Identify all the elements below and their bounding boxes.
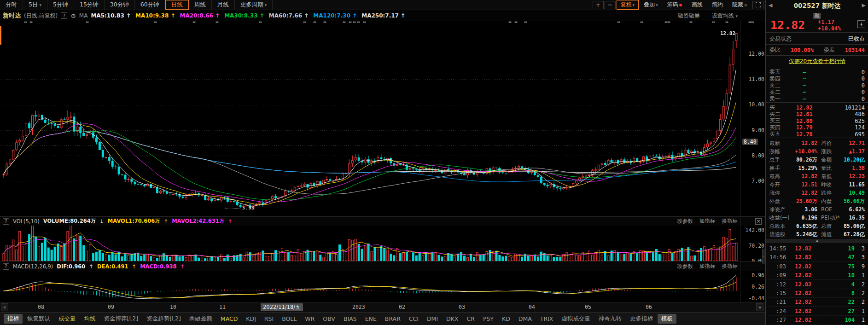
- pane-control-换指标[interactable]: 换指标: [722, 218, 738, 225]
- stat-value: 12.82: [793, 140, 817, 146]
- ask-volume: 0: [825, 82, 865, 89]
- scroll-right-button[interactable]: »: [756, 303, 763, 311]
- indicator-button-均线[interactable]: 均线: [81, 314, 99, 324]
- tick-time: :09: [769, 272, 786, 279]
- next-stock-icon[interactable]: ▶: [862, 2, 866, 8]
- zoom-in-button[interactable]: +: [593, 1, 604, 9]
- period-button-月线[interactable]: 月线: [212, 0, 235, 10]
- bid-row: 买四12.79124: [769, 124, 865, 131]
- indicator-button-BIAS[interactable]: BIAS: [340, 314, 361, 323]
- tool-button-隐藏[interactable]: 隐藏»: [728, 0, 751, 10]
- indicator-button-KDJ[interactable]: KDJ: [242, 314, 260, 323]
- indicator-button-PSY[interactable]: PSY: [479, 314, 497, 323]
- zoom-out-button[interactable]: −: [605, 1, 616, 9]
- stat-label: 总股本: [769, 223, 793, 230]
- gear-icon[interactable]: ⚙: [70, 12, 76, 19]
- help-icon[interactable]: ?: [61, 12, 67, 19]
- margin-trading-label[interactable]: 融资融券: [678, 12, 700, 20]
- tick-price: 12.82: [786, 290, 821, 296]
- tick-row: 14:5512.82193: [769, 244, 865, 253]
- stat-label: 外盘: [769, 198, 793, 205]
- indicator-button-DMI[interactable]: DMI: [423, 314, 442, 323]
- indicator-button-BOLL[interactable]: BOLL: [278, 314, 300, 323]
- indicator-button-更多指标[interactable]: 更多指标: [626, 314, 657, 324]
- ask-price: —: [784, 82, 825, 89]
- help-icon[interactable]: ?: [3, 263, 9, 270]
- indicator-button-KD[interactable]: KD: [498, 314, 514, 323]
- event-marker-icon: **: [712, 21, 715, 25]
- pane-control-加指标[interactable]: 加指标: [699, 218, 716, 225]
- time-axis-label: 05: [585, 304, 591, 310]
- period-button-30分钟[interactable]: 30分钟: [105, 0, 135, 10]
- stat-label: 最新: [769, 140, 793, 147]
- panel-splitter-handle[interactable]: ‹: [762, 249, 766, 264]
- indicator-button-DMA[interactable]: DMA: [515, 314, 536, 323]
- ask-row: 卖五—0: [769, 68, 865, 75]
- stat-label: 收益(一): [769, 215, 793, 221]
- period-button-15分钟[interactable]: 15分钟: [74, 0, 105, 10]
- event-marker-icon: **: [725, 21, 728, 25]
- period-label: 60分钟: [140, 1, 159, 9]
- indicator-button-CR[interactable]: CR: [463, 314, 478, 323]
- tool-button-画线[interactable]: 画线: [687, 0, 707, 10]
- pane-control-改参数[interactable]: 改参数: [677, 263, 693, 270]
- tool-button-叠加[interactable]: 叠加▾: [640, 0, 662, 10]
- pane-control-改参数[interactable]: 改参数: [677, 218, 693, 225]
- fullscreen-icon[interactable]: [752, 1, 763, 9]
- up-arrow-icon: ↑: [132, 263, 137, 270]
- scroll-left-button[interactable]: «: [1, 303, 8, 311]
- volume-canvas[interactable]: [0, 226, 740, 261]
- tool-label: 叠加: [644, 1, 655, 9]
- help-icon[interactable]: ?: [3, 218, 9, 225]
- indicator-button-TRIX[interactable]: TRIX: [536, 314, 557, 323]
- tool-button-筹码[interactable]: 筹码●: [663, 0, 687, 10]
- indicator-button-DKX[interactable]: DKX: [443, 314, 462, 323]
- tick-volume: 19: [821, 245, 855, 252]
- ask-row: 卖三—0: [769, 81, 865, 88]
- macd-canvas[interactable]: [0, 271, 740, 302]
- pane-control-加指标[interactable]: 加指标: [699, 263, 716, 270]
- ma-value-label: MA10:9.38 ↑: [135, 12, 175, 19]
- close-icon[interactable]: ×: [755, 218, 762, 225]
- ask-label: 卖一: [769, 95, 784, 103]
- indicator-button-BRAR[interactable]: BRAR: [381, 314, 404, 323]
- period-button-分时[interactable]: 分时: [0, 0, 23, 10]
- ma-settings-button[interactable]: 设置均线 ▾: [712, 12, 738, 20]
- period-button-5分钟[interactable]: 5分钟: [47, 0, 74, 10]
- mavol1-value: MAVOL1:70.606万: [108, 218, 160, 225]
- indicator-button-成交量[interactable]: 成交量: [55, 314, 80, 324]
- indicator-button-资金趋势[L2][interactable]: 资金趋势[L2]: [143, 314, 185, 324]
- indicator-button-RSI[interactable]: RSI: [261, 314, 277, 323]
- stat-label: 总手: [769, 157, 793, 163]
- tool-button-复权[interactable]: 复权▾: [617, 0, 639, 10]
- candlestick-canvas[interactable]: [0, 21, 740, 216]
- indicator-button-指标[interactable]: 指标: [4, 314, 23, 324]
- period-button-日线[interactable]: 日线: [165, 0, 189, 10]
- period-button-更多周期[interactable]: 更多周期▾: [235, 0, 273, 10]
- indicator-button-WR[interactable]: WR: [301, 314, 318, 323]
- collapse-handle[interactable]: ▲: [766, 239, 868, 243]
- period-button-5日[interactable]: 5日▾: [23, 0, 47, 10]
- indicator-button-神奇九转[interactable]: 神奇九转: [595, 314, 625, 324]
- tool-button-简约[interactable]: 简约: [708, 0, 727, 10]
- pane-control-换指标[interactable]: 换指标: [722, 263, 738, 270]
- indicator-button-CCI[interactable]: CCI: [405, 314, 422, 323]
- tick-count: 1: [855, 317, 865, 323]
- period-button-60分钟[interactable]: 60分钟: [135, 0, 165, 10]
- indicator-button-OBV[interactable]: OBV: [319, 314, 339, 323]
- tick-volume: 75: [821, 263, 855, 270]
- add-to-watchlist-button[interactable]: +: [857, 20, 865, 28]
- stat-value: 6.62%: [839, 206, 865, 213]
- indicator-button-虚拟成交量[interactable]: 虚拟成交量: [558, 314, 594, 324]
- indicator-button-ENE[interactable]: ENE: [361, 314, 380, 323]
- indicator-button-恢复默认[interactable]: 恢复默认: [23, 314, 54, 324]
- level2-promo-link[interactable]: 仅需20元查看十档行情: [789, 58, 845, 65]
- bid-row: 买三12.80625: [769, 117, 865, 124]
- indicator-button-MACD[interactable]: MACD: [217, 314, 241, 323]
- volume-pane: [0, 226, 765, 261]
- price-axis-label: 9.00: [740, 127, 764, 133]
- indicator-button-模板[interactable]: 模板: [658, 314, 676, 324]
- indicator-button-资金博弈[L2][interactable]: 资金博弈[L2]: [100, 314, 142, 324]
- period-button-周线[interactable]: 周线: [189, 0, 212, 10]
- indicator-button-两融差额[interactable]: 两融差额: [186, 314, 216, 324]
